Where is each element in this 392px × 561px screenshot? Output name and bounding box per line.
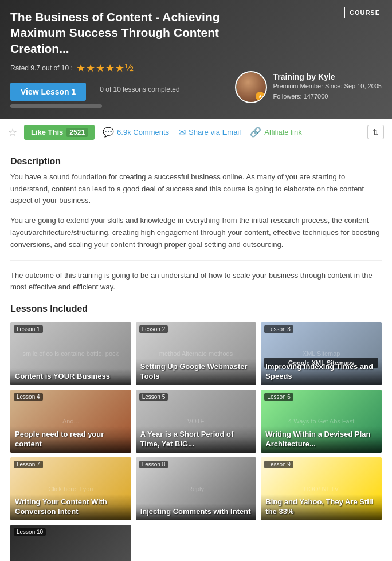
lesson-card-6[interactable]: 4 Ways to Get Abs FastLesson 6Writing Wi… <box>261 390 382 453</box>
comments-link[interactable]: 💬 6.9k Comments <box>103 127 169 138</box>
avatar-badge: ★ <box>256 92 265 101</box>
lesson-overlay-5: A Year is a Short Period of Time, Yet BI… <box>136 426 257 453</box>
hero-section: COURSE The Business of Content - Achievi… <box>0 0 392 119</box>
star-5: ★ <box>115 62 124 74</box>
lesson-number-6: Lesson 6 <box>264 393 293 401</box>
progress-text: 0 of 10 lessons completed <box>100 85 179 93</box>
page-container: COURSE The Business of Content - Achievi… <box>0 0 392 561</box>
thumb-text-3: XML Sitemap <box>267 350 376 358</box>
lesson-card-9[interactable]: HOO! NETVLesson 9Bing and Yahoo, They Ar… <box>261 457 382 520</box>
lesson-overlay-1: Content is YOUR Business <box>10 368 131 385</box>
main-content: Description You have a sound foundation … <box>0 146 392 561</box>
instructor-followers: Followers: 1477000 <box>273 92 382 102</box>
divider <box>10 260 382 261</box>
lesson-title-9: Bing and Yahoo, They Are Still the 33% <box>265 497 377 517</box>
instructor-name: Training by Kyle <box>273 72 382 81</box>
lesson-number-4: Lesson 4 <box>14 393 43 401</box>
share-icon: ✉ <box>178 127 186 138</box>
thumb-text-5: VOTE <box>142 417 250 425</box>
lesson-card-10[interactable]: Lesson 10Articulating a PLAN for the mon… <box>10 525 131 561</box>
rating-text: Rated 9.7 out of 10 : <box>10 64 73 72</box>
thumb-text-1: smile of co is containe bottle. pock <box>17 350 126 358</box>
favorite-icon[interactable]: ☆ <box>8 126 17 139</box>
lesson-title-1: Content is YOUR Business <box>15 372 127 382</box>
instructor-avatar: ★ <box>235 71 267 103</box>
lesson-card-5[interactable]: VOTELesson 5A Year is a Short Period of … <box>136 390 257 453</box>
lesson-card-4[interactable]: And...Lesson 4People need to read your c… <box>10 390 131 453</box>
lesson-card-1[interactable]: smile of co is containe bottle. pockLess… <box>10 322 131 385</box>
description-section: Description You have a sound foundation … <box>10 156 382 293</box>
description-p1: You have a sound foundation for creating… <box>10 171 382 207</box>
lesson-number-1: Lesson 1 <box>14 325 43 333</box>
lesson-title-8: Injecting Comments with Intent <box>140 507 252 517</box>
lesson-overlay-6: Writing Within a Devised Plan Architectu… <box>261 426 382 453</box>
sort-button[interactable]: ⇅ <box>367 125 384 139</box>
stars: ★ ★ ★ ★ ★ ½ <box>76 62 134 74</box>
lesson-title-6: Writing Within a Devised Plan Architectu… <box>265 430 377 449</box>
like-count: 2521 <box>66 128 88 137</box>
progress-row <box>10 104 180 108</box>
course-title: The Business of Content - Achieving Maxi… <box>10 9 228 56</box>
lesson-number-8: Lesson 8 <box>139 461 168 468</box>
lesson-number-7: Lesson 7 <box>14 461 43 468</box>
thumb-text-8: Reply <box>142 485 250 493</box>
description-p2: You are going to extend your skills and … <box>10 215 382 250</box>
lesson-number-9: Lesson 9 <box>264 461 293 468</box>
affiliate-label: Affiliate link <box>264 128 302 136</box>
lesson-overlay-2: Setting Up Google Webmaster Tools <box>136 359 257 385</box>
description-p3: The outcome of this training is going to… <box>10 270 382 294</box>
sort-icon: ⇅ <box>373 128 379 136</box>
lesson-title-4: People need to read your content <box>15 430 127 449</box>
thumb-text-4: And... <box>17 417 126 425</box>
thumb-text-2: method Alternate methods <box>142 350 250 358</box>
actions-bar: ☆ Like This 2521 💬 6.9k Comments ✉ Share… <box>0 119 392 146</box>
like-label: Like This <box>31 128 63 136</box>
lesson-number-10: Lesson 10 <box>14 528 46 536</box>
thumb-text-9: HOO! NETV <box>267 485 376 493</box>
rating-row: Rated 9.7 out of 10 : ★ ★ ★ ★ ★ ½ <box>10 62 180 74</box>
view-lesson-button[interactable]: View Lesson 1 <box>10 83 86 101</box>
comments-label: 6.9k Comments <box>117 128 169 136</box>
like-button[interactable]: Like This 2521 <box>24 125 95 140</box>
lesson-overlay-4: People need to read your content <box>10 426 131 453</box>
affiliate-link[interactable]: 🔗 Affiliate link <box>250 127 302 138</box>
star-3: ★ <box>96 62 105 74</box>
star-2: ★ <box>86 62 95 74</box>
lesson-title-5: A Year is a Short Period of Time, Yet BI… <box>140 430 252 449</box>
thumb-text-7: Click here if you <box>17 485 126 493</box>
lesson-number-3: Lesson 3 <box>264 325 293 333</box>
thumb-text-6: 4 Ways to Get Abs Fast <box>267 417 376 425</box>
affiliate-icon: 🔗 <box>250 127 261 138</box>
lesson-title-7: Writing Your Content With Conversion Int… <box>15 497 127 517</box>
hero-left: Rated 9.7 out of 10 : ★ ★ ★ ★ ★ ½ View L… <box>10 62 180 108</box>
star-6: ½ <box>125 62 134 74</box>
lesson-card-8[interactable]: ReplyLesson 8Injecting Comments with Int… <box>136 457 257 520</box>
star-4: ★ <box>105 62 115 74</box>
lesson-overlay-3: Improving Indexing Times and Speeds <box>261 359 382 385</box>
progress-bar-bg <box>10 104 102 108</box>
instructor-info: Training by Kyle Premium Member Since: S… <box>273 72 382 101</box>
lesson-card-7[interactable]: Click here if youLesson 7Writing Your Co… <box>10 457 131 520</box>
lesson-overlay-9: Bing and Yahoo, They Are Still the 33% <box>261 494 382 520</box>
instructor-block: ★ Training by Kyle Premium Member Since:… <box>235 71 382 103</box>
btn-row: View Lesson 1 0 of 10 lessons completed <box>10 78 180 101</box>
lesson-title-2: Setting Up Google Webmaster Tools <box>140 362 252 382</box>
lessons-grid: smile of co is containe bottle. pockLess… <box>10 322 382 561</box>
comments-icon: 💬 <box>103 127 114 138</box>
lesson-overlay-8: Injecting Comments with Intent <box>136 504 257 520</box>
lesson-overlay-7: Writing Your Content With Conversion Int… <box>10 494 131 520</box>
description-heading: Description <box>10 156 382 167</box>
lessons-heading: Lessons Included <box>10 304 382 314</box>
share-link[interactable]: ✉ Share via Email <box>178 127 241 138</box>
lesson-number-5: Lesson 5 <box>139 393 168 401</box>
share-label: Share via Email <box>189 128 241 136</box>
star-1: ★ <box>76 62 85 74</box>
instructor-since: Premium Member Since: Sep 10, 2005 <box>273 81 382 92</box>
lesson-card-3[interactable]: XML SitemapLesson 3Google XML SitemapsIm… <box>261 322 382 385</box>
lesson-card-2[interactable]: method Alternate methodsLesson 2Setting … <box>136 322 257 385</box>
lesson-title-3: Improving Indexing Times and Speeds <box>265 362 377 382</box>
course-badge: COURSE <box>344 7 385 18</box>
hero-bottom: Rated 9.7 out of 10 : ★ ★ ★ ★ ★ ½ View L… <box>10 62 382 108</box>
lesson-number-2: Lesson 2 <box>139 325 168 333</box>
